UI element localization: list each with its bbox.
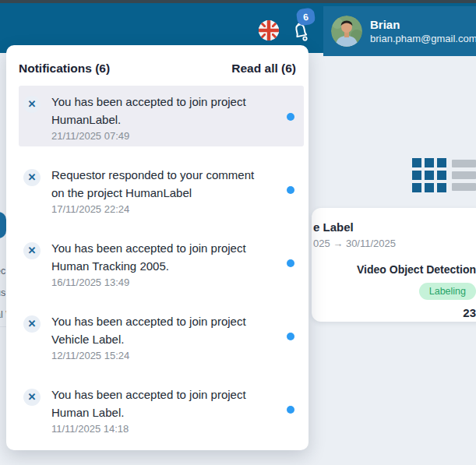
user-email: brian.pham@gmail.com — [370, 32, 476, 45]
hidden-card-text-fragment: ec — [0, 266, 5, 277]
dismiss-notification-icon[interactable]: ✕ — [23, 389, 41, 406]
notification-message: You has been accepted to join project Hu… — [51, 239, 270, 275]
dismiss-notification-icon[interactable]: ✕ — [23, 315, 41, 333]
list-view-icon[interactable] — [452, 158, 476, 196]
hidden-card-icon — [0, 212, 6, 238]
notification-item[interactable]: ✕ Requestor responded to your comment on… — [19, 159, 304, 220]
notification-body: Requestor responded to your comment on t… — [51, 166, 270, 217]
user-profile-button[interactable]: Brian brian.pham@gmail.com — [323, 6, 476, 56]
project-card-title: e Label — [313, 220, 476, 234]
notification-timestamp: 17/11/2025 22:24 — [51, 203, 270, 217]
notifications-panel-header: Notifications (6) Read all (6) — [6, 45, 309, 86]
user-name: Brian — [370, 17, 476, 32]
project-card-type: Video Object Detection — [313, 263, 476, 276]
notification-timestamp: 21/11/2025 07:49 — [51, 129, 270, 143]
notification-body: You has been accepted to join project Hu… — [51, 93, 270, 143]
notification-timestamp: 11/11/2025 14:18 — [51, 422, 270, 436]
dismiss-notification-icon[interactable]: ✕ — [23, 96, 41, 113]
uk-flag-icon — [258, 19, 280, 41]
avatar[interactable] — [331, 16, 362, 47]
language-flag-button[interactable] — [258, 19, 280, 41]
view-toggle — [412, 158, 476, 196]
show-all-button[interactable]: Show All — [6, 453, 309, 465]
notification-body: You has been accepted to join project Hu… — [51, 386, 270, 436]
notification-item[interactable]: ✕ You has been accepted to join project … — [19, 305, 304, 366]
unread-dot — [287, 333, 294, 340]
read-all-button[interactable]: Read all (6) — [231, 62, 296, 76]
notification-item[interactable]: ✕ You has been accepted to join project … — [19, 86, 304, 146]
notification-body: You has been accepted to join project Ve… — [51, 312, 270, 363]
unread-dot — [287, 406, 294, 414]
project-card[interactable]: e Label 025 → 30/11/2025 Video Object De… — [312, 208, 476, 322]
unread-dot — [287, 186, 294, 194]
unread-dot — [287, 259, 294, 267]
notification-timestamp: 16/11/2025 13:49 — [51, 276, 270, 290]
notification-body: You has been accepted to join project Hu… — [51, 239, 270, 290]
grid-view-icon[interactable] — [412, 158, 446, 196]
notification-message: Requestor responded to your comment on t… — [51, 166, 270, 202]
notifications-title: Notifications (6) — [19, 62, 110, 76]
user-info: Brian brian.pham@gmail.com — [370, 17, 476, 45]
project-card-dates: 025 → 30/11/2025 — [313, 238, 476, 249]
unread-dot — [287, 113, 294, 121]
notifications-list: ✕ You has been accepted to join project … — [6, 86, 309, 439]
notification-message: You has been accepted to join project Ve… — [51, 312, 270, 348]
notification-item[interactable]: ✕ You has been accepted to join project … — [19, 232, 304, 293]
notification-timestamp: 12/11/2025 15:24 — [51, 349, 270, 363]
notification-message: You has been accepted to join project Hu… — [51, 386, 270, 421]
hidden-card-text-fragment: us — [0, 287, 5, 298]
avatar-photo — [331, 16, 362, 47]
screen: Brian brian.pham@gmail.com — [0, 0, 476, 465]
dismiss-notification-icon[interactable]: ✕ — [23, 242, 41, 259]
notification-item[interactable]: ✕ You has been accepted to join project … — [19, 379, 304, 439]
project-card-count: 23 — [313, 306, 476, 319]
dismiss-notification-icon[interactable]: ✕ — [23, 169, 41, 186]
status-badge: Labeling — [419, 283, 476, 300]
notifications-panel: Notifications (6) Read all (6) ✕ You has… — [6, 45, 309, 450]
notification-message: You has been accepted to join project Hu… — [51, 93, 270, 129]
